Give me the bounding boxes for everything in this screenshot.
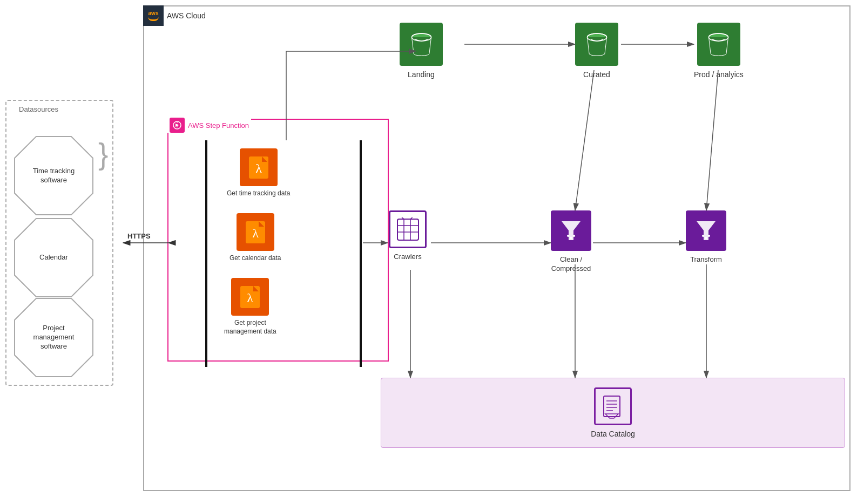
transform-label: Transform [690, 255, 722, 264]
datasources-label: Datasources [19, 105, 58, 113]
calendar-label: Calendar [39, 253, 68, 262]
https-label: HTTPS [127, 232, 151, 240]
svg-point-29 [573, 235, 575, 237]
crawlers-label: Crawlers [394, 253, 421, 261]
lambda-get-time-tracking: λ Get time tracking data [227, 148, 290, 198]
clean-compressed-component: Clean /Compressed [551, 210, 591, 274]
s3-curated: Curated [575, 23, 618, 79]
svg-text:λ: λ [252, 226, 259, 240]
lambda-label-1: Get time tracking data [227, 189, 290, 198]
s3-curated-label: Curated [583, 70, 610, 79]
data-catalog-label: Data Catalog [591, 430, 635, 438]
svg-point-33 [708, 235, 710, 237]
s3-landing: Landing [400, 23, 443, 79]
data-catalog-box: Data Catalog [381, 378, 845, 448]
s3-curated-icon [575, 23, 618, 66]
svg-point-28 [567, 235, 569, 237]
lambda-get-calendar: λ Get calendar data [230, 213, 281, 263]
svg-text:λ: λ [255, 161, 262, 175]
crawlers-component: Crawlers [389, 210, 427, 261]
project-mgmt-label: Projectmanagementsoftware [33, 324, 75, 351]
lambda-icon-3: λ [231, 278, 269, 316]
svg-rect-17 [397, 219, 418, 240]
lambda-label-3: Get projectmanagement data [224, 319, 276, 336]
s3-prod-analytics-label: Prod / analyics [694, 70, 744, 79]
aws-header: aws AWS Cloud [143, 5, 206, 26]
step-function-icon [170, 118, 185, 133]
aws-logo: aws [143, 5, 164, 26]
curly-brace: } [98, 139, 108, 169]
svg-point-27 [570, 237, 572, 239]
lambda-label-2: Get calendar data [230, 254, 281, 263]
clean-compressed-label: Clean /Compressed [551, 255, 591, 274]
transform-icon [686, 210, 726, 251]
svg-point-32 [702, 235, 704, 237]
s3-landing-label: Landing [408, 70, 435, 79]
diagram-container: aws AWS Cloud Datasources Time trackings… [0, 0, 864, 504]
transform-component: Transform [686, 210, 726, 264]
svg-point-31 [705, 237, 707, 239]
octagon-project-mgmt: Projectmanagementsoftware [12, 296, 96, 379]
octagon-time-tracking: Time trackingsoftware [12, 134, 96, 217]
s3-prod-analytics-icon [697, 23, 740, 66]
svg-text:λ: λ [247, 291, 254, 305]
data-catalog-icon [594, 387, 632, 425]
octagon-calendar: Calendar [12, 216, 96, 299]
step-function-header: AWS Step Function [167, 118, 251, 133]
step-function-label: AWS Step Function [188, 121, 249, 130]
lambda-get-project: λ Get projectmanagement data [224, 278, 276, 336]
lambda-icon-1: λ [240, 148, 278, 186]
lambda-icon-2: λ [237, 213, 274, 251]
crawler-icon-box [389, 210, 427, 248]
clean-compressed-icon [551, 210, 591, 251]
aws-cloud-label: AWS Cloud [167, 11, 206, 20]
time-tracking-label: Time trackingsoftware [33, 167, 75, 185]
s3-landing-icon [400, 23, 443, 66]
s3-prod-analytics: Prod / analyics [694, 23, 744, 79]
